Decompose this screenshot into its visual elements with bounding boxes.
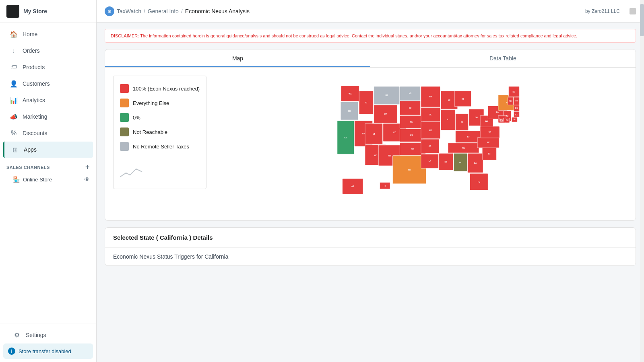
products-icon: 🏷 xyxy=(10,63,18,71)
sidebar-item-analytics[interactable]: 📊 Analytics xyxy=(3,92,93,108)
state-SC[interactable] xyxy=(482,147,496,160)
state-ND[interactable] xyxy=(400,86,421,101)
legend-swatch-gray xyxy=(120,142,129,151)
legend-swatch-orange xyxy=(120,99,129,107)
sidebar-nav: 🏠 Home ↓ Orders 🏷 Products 👤 Customers 📊… xyxy=(0,23,96,323)
legend-item-red: 100% (Econ Nexus reached) xyxy=(120,84,200,93)
map-area: 100% (Econ Nexus reached) Everything Els… xyxy=(105,68,636,220)
scrollbar-thumb[interactable] xyxy=(640,4,644,36)
sidebar-item-discounts[interactable]: % Discounts xyxy=(3,125,93,141)
disclaimer-banner: DISCLAIMER: The information contained he… xyxy=(105,29,636,43)
legend-swatch-green xyxy=(120,113,129,122)
state-MN[interactable] xyxy=(421,86,440,107)
online-store-icon: 🏪 xyxy=(13,176,20,183)
state-FL[interactable] xyxy=(470,173,488,190)
state-WA[interactable] xyxy=(341,86,359,101)
store-transfer-banner: i Store transfer disabled xyxy=(3,343,93,359)
tab-data-table[interactable]: Data Table xyxy=(370,49,636,67)
state-GA[interactable] xyxy=(468,153,483,173)
tab-bar: Map Data Table xyxy=(105,49,636,68)
us-map-container: WA OR CA ID NV xyxy=(215,76,627,212)
customers-icon: 👤 xyxy=(10,80,18,88)
state-RI[interactable] xyxy=(512,117,517,122)
state-AL[interactable] xyxy=(454,153,467,171)
state-DE[interactable] xyxy=(505,118,510,123)
state-KS[interactable] xyxy=(400,129,423,142)
state-WY[interactable] xyxy=(374,105,397,123)
sidebar: My Store 🏠 Home ↓ Orders 🏷 Products 👤 Cu… xyxy=(0,0,97,362)
state-MI[interactable] xyxy=(454,91,471,106)
state-MA[interactable] xyxy=(514,105,520,112)
tab-map[interactable]: Map xyxy=(105,49,370,67)
us-map-svg[interactable]: WA OR CA ID NV xyxy=(215,76,627,204)
state-MT[interactable] xyxy=(374,86,400,105)
state-TN[interactable] xyxy=(448,143,479,153)
apps-icon: ⊞ xyxy=(11,146,19,154)
legend-swatch-red xyxy=(120,84,129,93)
legend-item-green: 0% xyxy=(120,113,200,122)
sales-channels-section: SALES CHANNELS + xyxy=(0,158,96,173)
mini-chart-icon xyxy=(120,167,200,181)
add-sales-channel-button[interactable]: + xyxy=(85,163,90,171)
discounts-icon: % xyxy=(10,129,18,137)
state-CT[interactable] xyxy=(514,112,520,117)
state-IL[interactable] xyxy=(441,109,455,130)
state-SD[interactable] xyxy=(400,101,421,115)
state-IA[interactable] xyxy=(421,107,440,121)
legend-item-orange: Everything Else xyxy=(120,99,200,107)
selected-state-sub-header: Economic Nexus Status Triggers for Calif… xyxy=(105,248,636,265)
selected-state-details: Selected State ( California ) Details Ec… xyxy=(105,227,636,266)
legend-item-gray: No Remote Seller Taxes xyxy=(120,142,200,151)
state-MO[interactable] xyxy=(421,122,440,139)
state-ME[interactable] xyxy=(509,86,520,97)
state-AR[interactable] xyxy=(421,139,439,153)
state-HI[interactable] xyxy=(380,183,390,189)
marketing-icon: 📣 xyxy=(10,113,18,121)
legend-swatch-olive xyxy=(120,128,129,136)
sidebar-item-online-store[interactable]: 🏪 Online Store 👁 xyxy=(0,173,96,186)
state-VA[interactable] xyxy=(480,126,500,138)
state-DC[interactable] xyxy=(500,118,504,122)
by-label: by Zero211 LLC xyxy=(585,8,620,14)
top-bar: ⊕ TaxWatch / General Info / Economic Nex… xyxy=(97,0,644,23)
sidebar-bottom: ⚙ Settings i Store transfer disabled xyxy=(0,323,96,362)
scrollbar-track[interactable] xyxy=(640,0,644,362)
state-AK[interactable] xyxy=(343,179,363,194)
state-ID[interactable] xyxy=(359,91,374,114)
state-NH[interactable] xyxy=(508,97,514,105)
main-content: ⊕ TaxWatch / General Info / Economic Nex… xyxy=(97,0,644,362)
content-area: DISCLAIMER: The information contained he… xyxy=(97,23,644,362)
info-icon: i xyxy=(8,348,15,355)
sidebar-logo: My Store xyxy=(0,0,96,23)
state-CA[interactable] xyxy=(337,121,354,154)
legend-item-olive: Not Reachable xyxy=(120,128,200,136)
scroll-indicator xyxy=(630,8,636,14)
map-legend: 100% (Econ Nexus reached) Everything Els… xyxy=(113,76,206,189)
sidebar-item-marketing[interactable]: 📣 Marketing xyxy=(3,109,93,125)
online-store-eye-icon[interactable]: 👁 xyxy=(84,176,90,183)
state-MS[interactable] xyxy=(439,153,453,170)
sidebar-item-products[interactable]: 🏷 Products xyxy=(3,59,93,75)
state-NC[interactable] xyxy=(477,138,499,148)
sidebar-item-orders[interactable]: ↓ Orders xyxy=(3,43,93,59)
sidebar-item-home[interactable]: 🏠 Home xyxy=(3,26,93,42)
state-LA[interactable] xyxy=(421,154,439,168)
state-IN[interactable] xyxy=(456,114,469,131)
state-NE[interactable] xyxy=(400,115,423,128)
state-OR[interactable] xyxy=(341,102,358,120)
orders-icon: ↓ xyxy=(10,47,18,55)
sidebar-item-apps[interactable]: ⊞ Apps xyxy=(3,142,93,158)
state-VT[interactable] xyxy=(514,97,520,105)
sidebar-item-settings[interactable]: ⚙ Settings xyxy=(6,327,90,343)
breadcrumb: ⊕ TaxWatch / General Info / Economic Nex… xyxy=(105,6,250,16)
state-UT[interactable] xyxy=(365,123,383,144)
home-icon: 🏠 xyxy=(10,30,18,38)
map-card: Map Data Table 100% (Econ Nexus reached) xyxy=(105,49,636,221)
taxwatch-icon: ⊕ xyxy=(105,6,114,16)
analytics-icon: 📊 xyxy=(10,96,18,104)
selected-state-header: Selected State ( California ) Details xyxy=(105,228,636,248)
sidebar-item-customers[interactable]: 👤 Customers xyxy=(3,76,93,92)
settings-icon: ⚙ xyxy=(13,331,21,339)
